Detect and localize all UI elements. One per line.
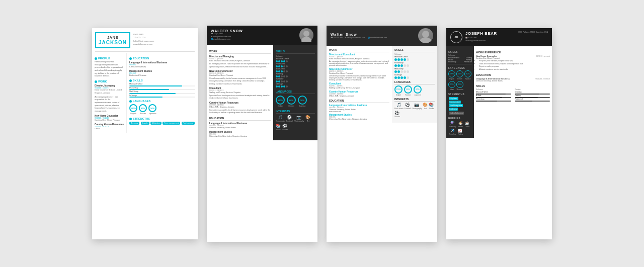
- r2-body: WORK Director and Managing 05/2017 - pre…: [207, 45, 317, 140]
- r4-contact-right: 1600 Parkway, 95043 Cupertino, USA: [518, 31, 548, 34]
- svg-point-1: [301, 37, 311, 42]
- r1-job1-title: Director, Managing: [95, 84, 124, 87]
- r4-skills-right-title: Skills: [476, 84, 550, 87]
- work-icon: [95, 80, 97, 82]
- r2-contact: ☎ +1 (5) 1990 ✉ hello@kickresume.com 🌐 w…: [211, 33, 243, 41]
- r4-skills-label: Skills: [448, 51, 472, 53]
- r4-skills-cols: Software Microsoft Word AtTask Photoshop…: [476, 88, 550, 102]
- r1-contact: 05/21-7885 175-422-7731 hello@kickresume…: [133, 32, 154, 48]
- r1-skills-list: Microsoft Office Photoshop MailChimp InD…: [129, 83, 195, 98]
- profile-icon: [95, 57, 97, 59]
- r4-name: JOSEPH BEAR: [465, 31, 497, 36]
- r1-job2-title: New Home Counselor: [95, 114, 124, 117]
- r3-languages-title: LANGUAGES: [394, 80, 435, 84]
- r3-interests-title: INTERESTS: [394, 98, 435, 102]
- r1-profile-text: Hard working business management graduat…: [95, 61, 124, 78]
- r1-education-items: Language & International Business 08/200…: [129, 61, 195, 77]
- r4-body: Skills Software Microsoft WordDrawing At…: [446, 46, 552, 138]
- skills-icon: [129, 79, 132, 81]
- r3-photo: [418, 28, 433, 43]
- r2-work-title: WORK: [209, 50, 271, 54]
- r2-education: Language & International Business 08/200…: [209, 122, 271, 138]
- svg-point-3: [420, 37, 432, 43]
- r4-name-block: JOSEPH BEAR 📅 01/31/1980 ✉ hello@kickres…: [465, 31, 497, 42]
- r1-education-title: Education: [129, 57, 195, 60]
- r1-job3-title: Country Human Resources: [95, 123, 124, 126]
- r2-name: WALTER SNOW: [211, 29, 243, 33]
- r1-strengths-title: Strengths: [129, 117, 195, 120]
- r1-left-col: Profile Hard working business management…: [92, 53, 126, 133]
- r4-contact-left: 📅 01/31/1980 ✉ hello@kickresume.com: [465, 37, 497, 42]
- r3-topbar: Walter Snow ☎ 05/25/1990 ✉ hello@kickres…: [327, 26, 437, 46]
- r3-education: Language & International Business 08/200…: [329, 104, 389, 120]
- r3-jobs: Director and Consultant 05/2017 - presen…: [329, 53, 389, 97]
- r3-body: WORK Director and Consultant 05/2017 - p…: [327, 46, 437, 123]
- languages-icon: [129, 100, 132, 102]
- r3-work-title: WORK: [329, 48, 389, 52]
- r1-lang-circles: 100% English 80% Russian 50% Japanese: [129, 104, 195, 115]
- r3-skills: Software Microsoft Office Photoshop: [394, 53, 435, 79]
- strengths-icon: [129, 117, 132, 120]
- r3-right: SKILLS Software Microsoft Office Photosh…: [392, 46, 437, 123]
- r2-name-block: WALTER SNOW ☎ +1 (5) 1990 ✉ hello@kickre…: [211, 29, 243, 41]
- r2-photo: [299, 28, 313, 42]
- r1-strengths-tags: Accuracy Loyalty Motivation Time managem…: [129, 121, 195, 125]
- r3-interests: 🎵 Rock music ⚽ Football 📷 Photography 🎨 …: [394, 103, 435, 118]
- r4-strengths-label: Strengths: [448, 93, 472, 96]
- r2-interests-title: INTERESTS: [276, 110, 315, 114]
- r1-skills-title: Skills: [129, 79, 195, 82]
- resume-card-3: Walter Snow ☎ 05/25/1990 ✉ hello@kickres…: [327, 26, 437, 242]
- r3-education-title: EDUCATION: [329, 99, 389, 103]
- r4-jobs: New Home Counselor 09/2013 - present Car…: [476, 55, 550, 71]
- r1-work-jobs: Director, Managing 01/2015 - present Ext…: [95, 84, 124, 131]
- r1-right-col: Education Language & International Busin…: [126, 53, 198, 133]
- r4-hobbies: ⚗️ Chemistry 🍜 Ramen ☕ Coffee ✈️ Travell…: [448, 121, 472, 136]
- resume-card-1: JANE JACKSON 05/21-7885 175-422-7731 hel…: [92, 28, 198, 239]
- r3-left: WORK Director and Consultant 05/2017 - p…: [327, 46, 392, 123]
- r4-work-title: Work experience: [476, 51, 550, 54]
- r4-header: JB JOSEPH BEAR 📅 01/31/1980 ✉ hello@kick…: [446, 28, 552, 46]
- r4-hobbies-label: Hobbies: [448, 117, 472, 120]
- r1-firstname: JANE: [99, 35, 127, 40]
- r1-lastname: JACKSON: [99, 40, 127, 45]
- r2-lang-circles: 100% English 80% Russian 50% Japanese: [276, 96, 315, 107]
- r4-right: Work experience New Home Counselor 09/20…: [474, 46, 552, 138]
- r2-skills: Software Microsoft Office Photoshop Mail…: [276, 55, 315, 87]
- education-icon: [129, 57, 132, 59]
- r1-work-title: Work: [95, 80, 124, 83]
- r1-header: JANE JACKSON 05/21-7885 175-422-7731 hel…: [92, 28, 198, 50]
- r2-languages-title: LANGUAGES: [276, 90, 315, 94]
- r4-logo: JB: [450, 31, 462, 43]
- r1-languages-title: Languages: [129, 100, 195, 103]
- r3-lang-circles: 100% English 80% Russian 50% Japanese: [394, 85, 435, 96]
- r2-left-skills: SKILLS Software Microsoft Office Photosh…: [273, 45, 317, 140]
- r1-body: Profile Hard working business management…: [92, 53, 198, 133]
- r2-interests: 🎵 Rock music ⚽ Football 📷 Photography 🎨 …: [276, 115, 315, 131]
- r4-languages-label: Languages: [448, 67, 472, 69]
- r4-education-title: Education: [476, 73, 550, 76]
- r3-contact: ☎ 05/25/1990 ✉ hello@kickresume.com 🌐 ww…: [331, 37, 387, 39]
- r1-divider: [95, 51, 195, 52]
- r2-jobs: Director and Managing 05/2017 - present …: [209, 55, 271, 114]
- r2-skills-title: SKILLS: [276, 50, 315, 54]
- r2-right-work: WORK Director and Managing 05/2017 - pre…: [207, 45, 273, 140]
- r4-left: Skills Software Microsoft WordDrawing At…: [446, 46, 474, 138]
- svg-point-0: [303, 31, 309, 37]
- r4-strengths-tags: Polyglotism Communication Time Managemen…: [448, 97, 472, 115]
- r4-education: Language & International Business 08/200…: [476, 77, 550, 82]
- r3-name: Walter Snow: [331, 33, 387, 36]
- resumes-container: JANE JACKSON 05/21-7885 175-422-7731 hel…: [82, 16, 562, 252]
- r4-lang-circles: 100% English 95% French 80% Spanish 70: [448, 70, 472, 91]
- r3-skills-title: SKILLS: [394, 48, 435, 52]
- svg-point-2: [422, 31, 429, 38]
- r2-topbar: WALTER SNOW ☎ +1 (5) 1990 ✉ hello@kickre…: [207, 26, 317, 45]
- r1-name-box: JANE JACKSON: [95, 32, 130, 48]
- resume-card-4: JB JOSEPH BEAR 📅 01/31/1980 ✉ hello@kick…: [446, 28, 552, 239]
- resume-card-2: WALTER SNOW ☎ +1 (5) 1990 ✉ hello@kickre…: [207, 26, 317, 242]
- r1-profile-title: Profile: [95, 57, 124, 60]
- r2-education-title: EDUCATION: [209, 117, 271, 121]
